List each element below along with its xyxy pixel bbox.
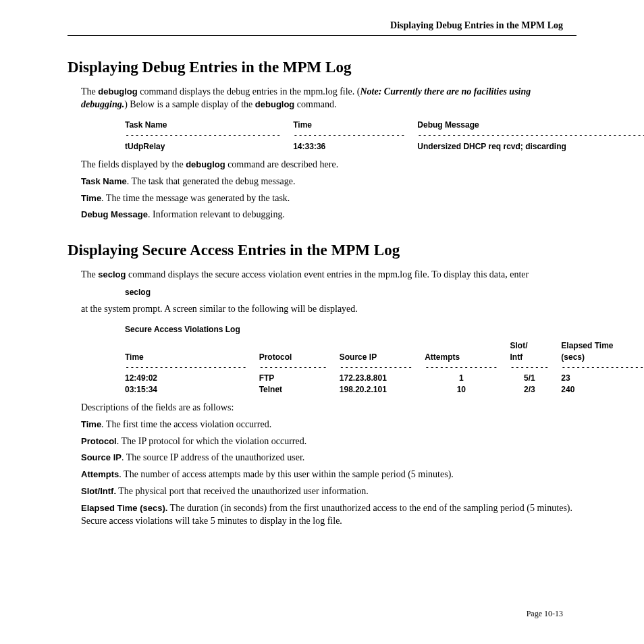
cmd-debuglog: debuglog	[186, 159, 225, 169]
section2-body: The seclog command displays the secure a…	[81, 269, 576, 528]
section1-body: The debuglog command displays the debug …	[81, 86, 576, 221]
cell-time: 12:49:02	[125, 373, 259, 383]
text: The	[81, 86, 98, 97]
field-body: . The number of access attempts made by …	[119, 469, 453, 479]
text: ) Below is a sample display of the	[124, 99, 255, 109]
text: command displays the debug entries in th…	[138, 86, 360, 97]
section2-p1: The seclog command displays the secure a…	[81, 269, 576, 281]
cmd-seclog: seclog	[98, 269, 126, 279]
field-label: Elapsed Time (secs).	[81, 503, 167, 513]
field-attempts: Attempts. The number of access attempts …	[81, 468, 576, 481]
table-row: 12:49:02 FTP 172.23.8.801 1 5/1 23	[125, 373, 644, 383]
field-body: . The time the message was generated by …	[101, 193, 290, 203]
field-debug-message: Debug Message. Information relevant to d…	[81, 209, 576, 221]
col-slot-intf: Slot/Intf	[510, 340, 562, 363]
table-title: Secure Access Violations Log	[125, 324, 576, 335]
text: Intf	[510, 352, 523, 362]
table-row: 03:15:34 Telnet 198.20.2.101 10 2/3 240	[125, 384, 644, 395]
dash: --------------------------------	[125, 132, 293, 141]
field-label: Protocol	[81, 436, 117, 446]
text: The	[81, 269, 98, 279]
col-elapsed-time: Elapsed Time(secs)	[561, 340, 644, 363]
table-header-row: Time Protocol Source IP Attempts Slot/In…	[125, 340, 644, 363]
cell-slot: 2/3	[510, 384, 562, 395]
field-protocol: Protocol. The IP protocol for which the …	[81, 435, 576, 448]
field-label: Task Name	[81, 176, 127, 186]
field-label: Debug Message	[81, 209, 148, 219]
section1-title: Displaying Debug Entries in the MPM Log	[68, 59, 576, 76]
cell-proto: Telnet	[259, 384, 340, 395]
field-label: Slot/Intf.	[81, 486, 116, 496]
dash: ----------------------------------------…	[417, 132, 644, 141]
cmd-debuglog: debuglog	[98, 86, 138, 97]
cell-elapsed: 240	[561, 384, 644, 395]
section1-p2: The fields displayed by the debuglog com…	[81, 159, 576, 171]
cell-proto: FTP	[259, 373, 340, 383]
dash: --------	[510, 364, 562, 373]
cell-time: 03:15:34	[125, 384, 259, 395]
field-body: . The first time the access violation oc…	[101, 419, 271, 429]
field-time: Time. The first time the access violatio…	[81, 419, 576, 431]
text: The fields displayed by the	[81, 159, 186, 169]
field-time: Time. The time the message was generated…	[81, 192, 576, 205]
debuglog-table: Task Name Time Debug Message -----------…	[125, 119, 576, 152]
text: command are described here.	[225, 159, 339, 169]
field-source-ip: Source IP. The source IP address of the …	[81, 452, 576, 464]
cell-elapsed: 23	[561, 373, 644, 383]
text: (secs)	[561, 352, 585, 362]
text: command.	[294, 99, 336, 109]
col-time: Time	[125, 340, 259, 363]
field-task-name: Task Name. The task that generated the d…	[81, 176, 576, 188]
col-source-ip: Source IP	[340, 340, 425, 363]
field-body: . The source IP address of the unauthori…	[122, 452, 304, 462]
cell-ip: 198.20.2.101	[340, 384, 425, 395]
cell-attempts: 1	[425, 373, 510, 383]
table-dash-row: ------------------------- --------------…	[125, 364, 644, 373]
cell-task: tUdpRelay	[125, 141, 293, 152]
field-label: Time	[81, 193, 101, 203]
dash: -------------------------	[125, 364, 259, 373]
dash: ---------------	[340, 364, 425, 373]
cell-ip: 172.23.8.801	[340, 373, 425, 383]
dash: ---------------------	[561, 364, 644, 373]
dash: -----------------------	[293, 132, 417, 141]
col-attempts: Attempts	[425, 340, 510, 363]
field-body: . The IP protocol for which the violatio…	[117, 436, 306, 446]
cell-time: 14:33:36	[293, 141, 417, 152]
field-body: . The task that generated the debug mess…	[127, 176, 296, 186]
text: command displays the secure access viola…	[126, 269, 529, 279]
page-number: Page 10-13	[68, 609, 576, 619]
field-body: . Information relevant to debugging.	[148, 209, 285, 219]
page: Displaying Debug Entries in the MPM Log …	[0, 0, 644, 639]
field-body: The physical port that received the unau…	[116, 486, 369, 496]
field-elapsed-time: Elapsed Time (secs). The duration (in se…	[81, 502, 576, 528]
code-seclog: seclog	[125, 287, 576, 298]
field-label: Attempts	[81, 469, 119, 479]
table-dash-row: -------------------------------- -------…	[125, 132, 644, 141]
dash: ---------------	[425, 364, 510, 373]
field-label: Source IP	[81, 452, 122, 462]
table-row: tUdpRelay 14:33:36 Undersized DHCP req r…	[125, 141, 644, 152]
dash: --------------	[259, 364, 340, 373]
section2-p3: Descriptions of the fields are as follow…	[81, 402, 576, 414]
section1-p1: The debuglog command displays the debug …	[81, 86, 576, 111]
seclog-table: Secure Access Violations Log Time Protoc…	[125, 324, 576, 395]
cell-msg: Undersized DHCP req rcvd; discarding	[417, 141, 644, 152]
section2-p2: at the system prompt. A screen similar t…	[81, 303, 576, 316]
cell-attempts: 10	[425, 384, 510, 395]
text: Elapsed Time	[561, 341, 613, 350]
section2-title: Displaying Secure Access Entries in the …	[68, 242, 576, 259]
col-protocol: Protocol	[259, 340, 340, 363]
cell-slot: 5/1	[510, 373, 562, 383]
cmd-debuglog: debuglog	[255, 99, 295, 109]
running-head: Displaying Debug Entries in the MPM Log	[68, 20, 576, 36]
text: Slot/	[510, 341, 528, 350]
field-slot-intf: Slot/Intf. The physical port that receiv…	[81, 485, 576, 498]
field-label: Time	[81, 419, 101, 429]
